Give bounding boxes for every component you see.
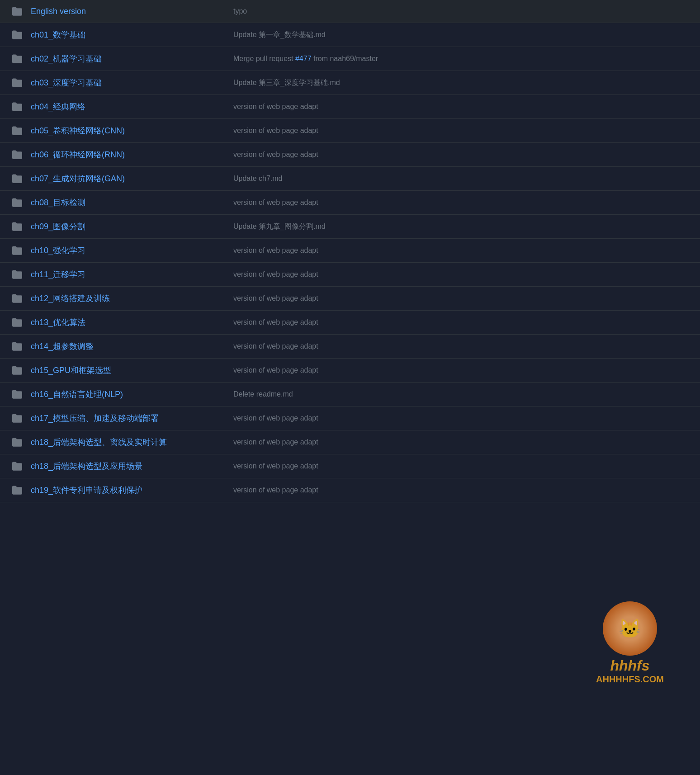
commit-link[interactable]: #477 bbox=[295, 55, 312, 62]
folder-icon bbox=[9, 341, 25, 351]
table-row[interactable]: ch03_深度学习基础Update 第三章_深度学习基础.md bbox=[0, 71, 700, 95]
file-name[interactable]: ch04_经典网络 bbox=[25, 101, 215, 112]
commit-message: typo bbox=[215, 7, 691, 15]
folder-icon bbox=[9, 30, 25, 40]
table-row[interactable]: ch11_迁移学习version of web page adapt bbox=[0, 263, 700, 287]
commit-message: Update ch7.md bbox=[215, 175, 691, 183]
file-name[interactable]: ch17_模型压缩、加速及移动端部署 bbox=[25, 413, 215, 424]
commit-message: version of web page adapt bbox=[215, 414, 691, 422]
file-name[interactable]: English version bbox=[25, 7, 215, 16]
commit-message: Merge pull request #477 from naah69/mast… bbox=[215, 55, 691, 63]
file-name[interactable]: ch11_迁移学习 bbox=[25, 269, 215, 280]
file-name[interactable]: ch07_生成对抗网络(GAN) bbox=[25, 173, 215, 184]
table-row[interactable]: ch01_数学基础Update 第一章_数学基础.md bbox=[0, 23, 700, 47]
commit-message: version of web page adapt bbox=[215, 198, 691, 207]
folder-icon bbox=[9, 174, 25, 184]
commit-message: version of web page adapt bbox=[215, 438, 691, 446]
folder-icon bbox=[9, 126, 25, 136]
file-list: English versiontypo ch01_数学基础Update 第一章_… bbox=[0, 0, 700, 502]
table-row[interactable]: ch17_模型压缩、加速及移动端部署version of web page ad… bbox=[0, 406, 700, 430]
watermark: 🐱 hhhfs AHHHHFS.COM bbox=[596, 601, 664, 685]
watermark-avatar: 🐱 bbox=[603, 601, 657, 656]
table-row[interactable]: ch09_图像分割Update 第九章_图像分割.md bbox=[0, 215, 700, 239]
folder-icon bbox=[9, 246, 25, 255]
commit-message: version of web page adapt bbox=[215, 127, 691, 135]
table-row[interactable]: ch13_优化算法version of web page adapt bbox=[0, 311, 700, 335]
folder-icon bbox=[9, 198, 25, 208]
file-name[interactable]: ch01_数学基础 bbox=[25, 29, 215, 40]
table-row[interactable]: ch18_后端架构选型、离线及实时计算version of web page a… bbox=[0, 430, 700, 454]
file-name[interactable]: ch08_目标检测 bbox=[25, 197, 215, 208]
folder-icon bbox=[9, 365, 25, 375]
commit-message: version of web page adapt bbox=[215, 103, 691, 111]
folder-icon bbox=[9, 389, 25, 399]
commit-message: Update 第三章_深度学习基础.md bbox=[215, 78, 691, 88]
file-name[interactable]: ch14_超参数调整 bbox=[25, 341, 215, 352]
file-name[interactable]: ch12_网络搭建及训练 bbox=[25, 293, 215, 304]
folder-icon bbox=[9, 150, 25, 160]
table-row[interactable]: ch10_强化学习version of web page adapt bbox=[0, 239, 700, 263]
watermark-brand: hhhfs bbox=[596, 657, 664, 674]
folder-icon bbox=[9, 317, 25, 327]
file-name[interactable]: ch15_GPU和框架选型 bbox=[25, 365, 215, 376]
file-name[interactable]: ch06_循环神经网络(RNN) bbox=[25, 149, 215, 160]
table-row[interactable]: ch19_软件专利申请及权利保护version of web page adap… bbox=[0, 478, 700, 502]
table-row[interactable]: ch04_经典网络version of web page adapt bbox=[0, 95, 700, 119]
table-row[interactable]: English versiontypo bbox=[0, 0, 700, 23]
folder-icon bbox=[9, 293, 25, 303]
table-row[interactable]: ch16_自然语言处理(NLP)Delete readme.md bbox=[0, 383, 700, 406]
commit-message: version of web page adapt bbox=[215, 151, 691, 159]
table-row[interactable]: ch18_后端架构选型及应用场景version of web page adap… bbox=[0, 454, 700, 478]
folder-icon bbox=[9, 54, 25, 64]
folder-icon bbox=[9, 413, 25, 423]
folder-icon bbox=[9, 269, 25, 279]
table-row[interactable]: ch07_生成对抗网络(GAN)Update ch7.md bbox=[0, 167, 700, 191]
commit-message: Update 第一章_数学基础.md bbox=[215, 30, 691, 40]
watermark-url: AHHHHFS.COM bbox=[596, 674, 664, 685]
file-name[interactable]: ch09_图像分割 bbox=[25, 221, 215, 232]
table-row[interactable]: ch14_超参数调整version of web page adapt bbox=[0, 335, 700, 359]
commit-message: version of web page adapt bbox=[215, 318, 691, 326]
file-name[interactable]: ch02_机器学习基础 bbox=[25, 53, 215, 64]
file-name[interactable]: ch10_强化学习 bbox=[25, 245, 215, 256]
file-name[interactable]: ch18_后端架构选型、离线及实时计算 bbox=[25, 437, 215, 448]
commit-message: version of web page adapt bbox=[215, 462, 691, 470]
table-row[interactable]: ch12_网络搭建及训练version of web page adapt bbox=[0, 287, 700, 311]
commit-message: version of web page adapt bbox=[215, 366, 691, 374]
file-name[interactable]: ch18_后端架构选型及应用场景 bbox=[25, 461, 215, 472]
folder-icon bbox=[9, 102, 25, 112]
commit-message: version of web page adapt bbox=[215, 270, 691, 279]
table-row[interactable]: ch02_机器学习基础Merge pull request #477 from … bbox=[0, 47, 700, 71]
commit-message: Update 第九章_图像分割.md bbox=[215, 222, 691, 232]
folder-icon bbox=[9, 78, 25, 88]
file-name[interactable]: ch16_自然语言处理(NLP) bbox=[25, 389, 215, 400]
commit-message: version of web page adapt bbox=[215, 342, 691, 350]
file-name[interactable]: ch05_卷积神经网络(CNN) bbox=[25, 125, 215, 136]
table-row[interactable]: ch06_循环神经网络(RNN)version of web page adap… bbox=[0, 143, 700, 167]
table-row[interactable]: ch08_目标检测version of web page adapt bbox=[0, 191, 700, 215]
folder-icon bbox=[9, 222, 25, 232]
folder-icon bbox=[9, 437, 25, 447]
commit-message: Delete readme.md bbox=[215, 390, 691, 398]
file-name[interactable]: ch19_软件专利申请及权利保护 bbox=[25, 485, 215, 496]
commit-message: version of web page adapt bbox=[215, 294, 691, 302]
folder-icon bbox=[9, 485, 25, 495]
folder-icon bbox=[9, 6, 25, 16]
commit-message: version of web page adapt bbox=[215, 246, 691, 255]
folder-icon bbox=[9, 461, 25, 471]
file-name[interactable]: ch13_优化算法 bbox=[25, 317, 215, 328]
table-row[interactable]: ch15_GPU和框架选型version of web page adapt bbox=[0, 359, 700, 383]
table-row[interactable]: ch05_卷积神经网络(CNN)version of web page adap… bbox=[0, 119, 700, 143]
file-name[interactable]: ch03_深度学习基础 bbox=[25, 77, 215, 88]
commit-message: version of web page adapt bbox=[215, 486, 691, 494]
